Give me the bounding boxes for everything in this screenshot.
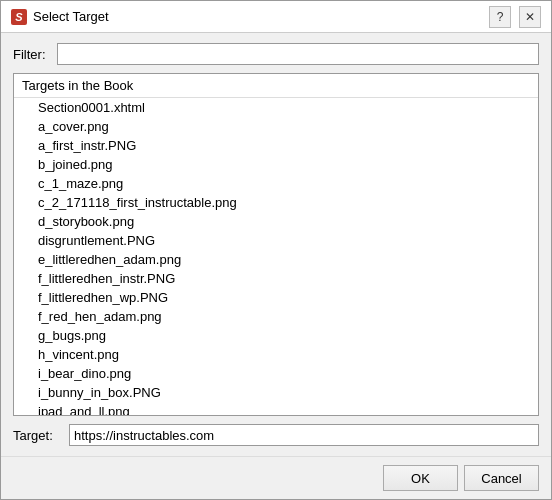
list-item[interactable]: Section0001.xhtml — [14, 98, 538, 117]
target-input[interactable] — [69, 424, 539, 446]
list-header: Targets in the Book — [14, 74, 538, 98]
filter-row: Filter: — [13, 43, 539, 65]
list-item[interactable]: ipad_and_ll.png — [14, 402, 538, 415]
title-bar: S Select Target ? ✕ — [1, 1, 551, 33]
target-row: Target: — [13, 424, 539, 446]
list-item[interactable]: b_joined.png — [14, 155, 538, 174]
dialog-footer: OK Cancel — [1, 456, 551, 499]
list-item[interactable]: d_storybook.png — [14, 212, 538, 231]
filter-input[interactable] — [57, 43, 539, 65]
list-item[interactable]: e_littleredhen_adam.png — [14, 250, 538, 269]
list-item[interactable]: g_bugs.png — [14, 326, 538, 345]
dialog-title: Select Target — [33, 9, 109, 24]
filter-label: Filter: — [13, 47, 49, 62]
ok-button[interactable]: OK — [383, 465, 458, 491]
help-button[interactable]: ? — [489, 6, 511, 28]
dialog-body: Filter: Targets in the Book Section0001.… — [1, 33, 551, 456]
list-scroll[interactable]: Section0001.xhtmla_cover.pnga_first_inst… — [14, 98, 538, 415]
list-item[interactable]: disgruntlement.PNG — [14, 231, 538, 250]
list-item[interactable]: i_bear_dino.png — [14, 364, 538, 383]
list-item[interactable]: i_bunny_in_box.PNG — [14, 383, 538, 402]
list-item[interactable]: c_1_maze.png — [14, 174, 538, 193]
list-item[interactable]: a_first_instr.PNG — [14, 136, 538, 155]
list-item[interactable]: f_littleredhen_instr.PNG — [14, 269, 538, 288]
list-item[interactable]: a_cover.png — [14, 117, 538, 136]
cancel-button[interactable]: Cancel — [464, 465, 539, 491]
list-item[interactable]: f_red_hen_adam.png — [14, 307, 538, 326]
app-icon: S — [11, 9, 27, 25]
targets-list-container: Targets in the Book Section0001.xhtmla_c… — [13, 73, 539, 416]
dialog: S Select Target ? ✕ Filter: Targets in t… — [0, 0, 552, 500]
list-item[interactable]: c_2_171118_first_instructable.png — [14, 193, 538, 212]
list-item[interactable]: f_littleredhen_wp.PNG — [14, 288, 538, 307]
close-button[interactable]: ✕ — [519, 6, 541, 28]
target-label: Target: — [13, 428, 61, 443]
list-item[interactable]: h_vincent.png — [14, 345, 538, 364]
